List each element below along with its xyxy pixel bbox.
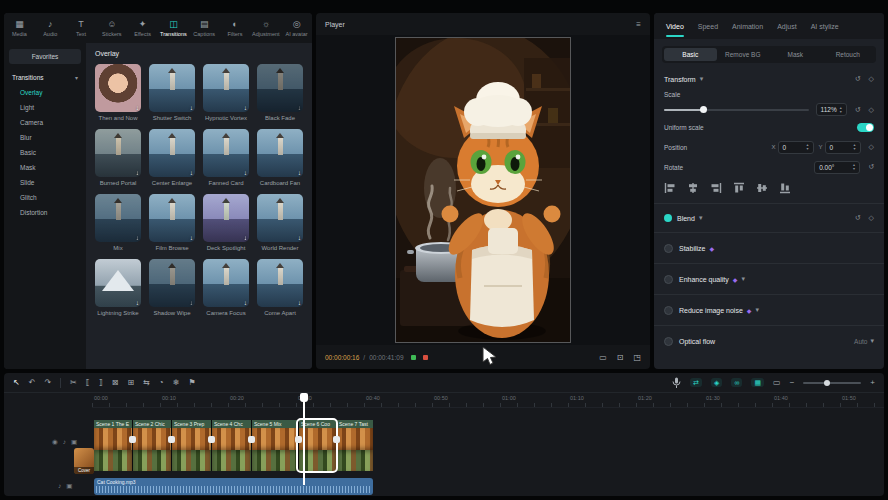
mirror-icon[interactable]: ⇆ bbox=[143, 379, 150, 387]
subtab-basic[interactable]: Basic bbox=[664, 48, 717, 61]
transition-item[interactable]: ↓Shadow Wipe bbox=[149, 259, 195, 316]
reset-icon[interactable]: ↺ bbox=[855, 75, 861, 83]
chevron-down-icon[interactable]: ▾ bbox=[870, 337, 874, 345]
subtab-remove-bg[interactable]: Remove BG bbox=[717, 48, 770, 61]
transition-item[interactable]: ↓Then and Now bbox=[95, 64, 141, 121]
marker-icon[interactable]: ⚑ bbox=[188, 379, 195, 387]
aspect-ratio-icon[interactable]: ▭ bbox=[599, 353, 607, 362]
blend-section-row[interactable]: Blend ▾ ↺ ◇ bbox=[664, 207, 874, 229]
track-mute-icon[interactable]: ♪ bbox=[58, 482, 61, 490]
transition-item[interactable]: ↓Deck Spotlight bbox=[203, 194, 249, 251]
video-preview[interactable] bbox=[396, 38, 570, 342]
undo-icon[interactable]: ↶ bbox=[29, 379, 36, 387]
position-y-field[interactable]: 0 ▴▾ bbox=[825, 141, 861, 154]
transition-item[interactable]: ↓Center Enlarge bbox=[149, 129, 195, 186]
keyframe-icon[interactable]: ◇ bbox=[869, 143, 874, 151]
sidebar-item-mask[interactable]: Mask bbox=[9, 160, 81, 175]
cover-button[interactable]: Cover bbox=[74, 448, 94, 474]
align-top-icon[interactable] bbox=[733, 182, 745, 194]
enhance-quality-section-row[interactable]: Enhance quality ◆ ▾ bbox=[664, 267, 874, 291]
reduce-noise-section-row[interactable]: Reduce image noise ◆ ▾ bbox=[664, 298, 874, 322]
chevron-down-icon[interactable]: ▾ bbox=[700, 75, 704, 83]
redo-icon[interactable]: ↷ bbox=[44, 379, 51, 387]
subtab-retouch[interactable]: Retouch bbox=[822, 48, 875, 61]
subtab-mask[interactable]: Mask bbox=[769, 48, 822, 61]
transition-item[interactable]: ↓Shutter Switch bbox=[149, 64, 195, 121]
sidebar-item-slide[interactable]: Slide bbox=[9, 175, 81, 190]
align-center-vertical-icon[interactable] bbox=[756, 182, 768, 194]
position-x-field[interactable]: 0 ▴▾ bbox=[778, 141, 814, 154]
tab-effects[interactable]: ✦Effects bbox=[127, 13, 158, 43]
trim-right-icon[interactable]: ⟧ bbox=[99, 379, 103, 387]
stepper-down-icon[interactable]: ▾ bbox=[807, 147, 809, 151]
audio-clip[interactable]: Cat Cooking.mp3 bbox=[94, 478, 373, 495]
timeline-clip[interactable]: Scene 2 Chic bbox=[132, 420, 171, 471]
transition-item[interactable]: ↓Black Fade bbox=[257, 64, 303, 121]
reset-icon[interactable]: ↺ bbox=[855, 214, 861, 222]
transition-marker[interactable] bbox=[168, 436, 175, 443]
trim-left-icon[interactable]: ⟦ bbox=[86, 379, 90, 387]
freeze-frame-icon[interactable]: ❄ bbox=[173, 379, 180, 387]
track-mute-icon[interactable]: ♪ bbox=[63, 438, 66, 446]
scale-slider[interactable] bbox=[664, 109, 809, 111]
chevron-down-icon[interactable]: ▾ bbox=[741, 275, 745, 283]
tab-ai-avatar[interactable]: ◎AI avatar bbox=[281, 13, 312, 43]
zoom-out-icon[interactable]: − bbox=[790, 379, 795, 387]
tab-stickers[interactable]: ☺Stickers bbox=[96, 13, 127, 43]
split-icon[interactable]: ✂ bbox=[70, 379, 77, 387]
delete-icon[interactable]: ⊠ bbox=[112, 379, 119, 387]
player-menu-icon[interactable]: ≡ bbox=[636, 20, 641, 29]
align-left-icon[interactable] bbox=[664, 182, 676, 194]
keyframe-icon[interactable]: ◇ bbox=[869, 106, 874, 114]
transition-item[interactable]: ↓Come Apart bbox=[257, 259, 303, 316]
multi-screen-icon[interactable]: ▦ bbox=[751, 378, 764, 387]
tab-filters[interactable]: ◐Filters bbox=[220, 13, 251, 43]
tab-animation[interactable]: Animation bbox=[725, 13, 770, 39]
transition-item[interactable]: ↓Lightning Strike bbox=[95, 259, 141, 316]
transition-marker[interactable] bbox=[333, 436, 340, 443]
tab-ai-stylize[interactable]: AI stylize bbox=[804, 13, 846, 39]
sidebar-item-glitch[interactable]: Glitch bbox=[9, 190, 81, 205]
fit-preview-icon[interactable]: ⊡ bbox=[617, 353, 624, 362]
record-voiceover-icon[interactable] bbox=[672, 377, 681, 389]
tab-adjustment[interactable]: ☼Adjustment bbox=[250, 13, 281, 43]
tab-text[interactable]: TText bbox=[66, 13, 97, 43]
transition-item[interactable]: ↓Mix bbox=[95, 194, 141, 251]
timeline-clip[interactable]: Scene 1 The E bbox=[94, 420, 132, 471]
timeline-zoom-slider[interactable] bbox=[803, 382, 861, 384]
timeline-ruler[interactable]: 00:00 00:10 00:20 00:30 00:40 00:50 01:0… bbox=[92, 393, 884, 408]
transition-marker[interactable] bbox=[295, 436, 302, 443]
zoom-slider-knob[interactable] bbox=[824, 380, 830, 386]
keyframe-icon[interactable]: ◇ bbox=[869, 75, 874, 83]
rotate-field[interactable]: 0.00° ▴▾ bbox=[814, 161, 860, 174]
sidebar-item-camera[interactable]: Camera bbox=[9, 115, 81, 130]
timeline-clip[interactable]: Scene 5 Mix bbox=[251, 420, 298, 471]
transition-item[interactable]: ↓Cardboard Fan bbox=[257, 129, 303, 186]
align-right-icon[interactable] bbox=[710, 182, 722, 194]
tab-captions[interactable]: ▤Captions bbox=[189, 13, 220, 43]
stabilize-section-row[interactable]: Stabilize ◆ bbox=[664, 236, 874, 260]
speed-icon[interactable]: ◔ bbox=[159, 379, 164, 387]
transition-marker[interactable] bbox=[208, 436, 215, 443]
sidebar-item-blur[interactable]: Blur bbox=[9, 130, 81, 145]
track-toggle-icon[interactable]: ◉ bbox=[52, 438, 58, 446]
optical-flow-section-row[interactable]: Optical flow Auto ▾ bbox=[664, 329, 874, 353]
zoom-in-icon[interactable]: + bbox=[870, 379, 875, 387]
align-center-horizontal-icon[interactable] bbox=[687, 182, 699, 194]
sidebar-item-distortion[interactable]: Distortion bbox=[9, 205, 81, 220]
timeline-clip[interactable]: Scene 7 Tast bbox=[336, 420, 373, 471]
tab-media[interactable]: ▦Media bbox=[4, 13, 35, 43]
transition-item[interactable]: ↓Fanned Card bbox=[203, 129, 249, 186]
transition-item[interactable]: ↓Hypnotic Vortex bbox=[203, 64, 249, 121]
timeline-clip[interactable]: Scene 4 Chc bbox=[211, 420, 251, 471]
track-lock-icon[interactable]: ▣ bbox=[66, 482, 72, 490]
optical-flow-value[interactable]: Auto bbox=[854, 338, 867, 345]
timeline-clip[interactable]: Scene 3 Prep bbox=[171, 420, 211, 471]
sidebar-item-overlay[interactable]: Overlay bbox=[9, 85, 81, 100]
auto-ripple-icon[interactable]: ⇄ bbox=[690, 378, 702, 387]
transition-marker[interactable] bbox=[248, 436, 255, 443]
transition-item[interactable]: ↓Camera Focus bbox=[203, 259, 249, 316]
stepper-down-icon[interactable]: ▾ bbox=[854, 147, 856, 151]
tab-video[interactable]: Video bbox=[659, 13, 691, 39]
stepper-down-icon[interactable]: ▾ bbox=[840, 110, 842, 114]
